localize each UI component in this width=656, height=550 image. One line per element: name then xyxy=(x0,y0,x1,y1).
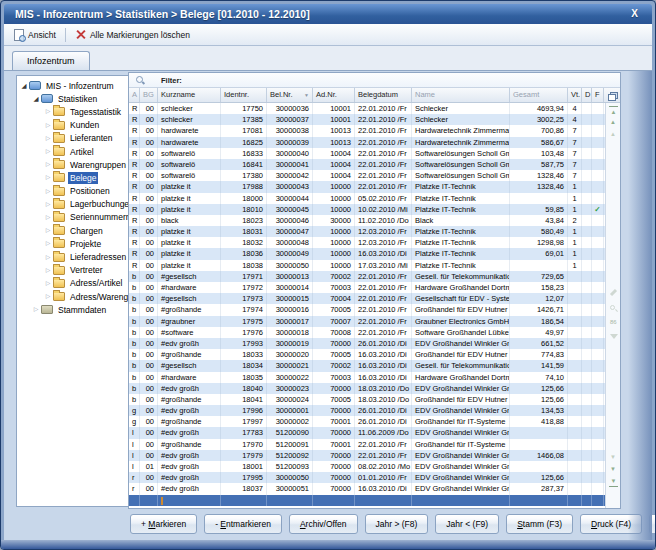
jahr-f8-button[interactable]: Jahr > (F8) xyxy=(365,514,429,534)
collapsed-expander-icon[interactable]: ▷ xyxy=(43,277,53,290)
table-row[interactable]: R00softwarelö17380300000421000422.01.201… xyxy=(129,170,605,181)
tab-infozentrum[interactable]: Infozentrum xyxy=(12,51,90,70)
table-row[interactable]: R00platzke it18031300000471000012.03.201… xyxy=(129,226,605,237)
table-row[interactable]: b00#edv großh17993300000197000026.01.201… xyxy=(129,338,605,349)
column-header-bg[interactable]: BG xyxy=(140,88,158,102)
table-row[interactable]: b00#großhande17974300000167000522.01.201… xyxy=(129,304,605,315)
table-row[interactable]: R00schlecker17750300000361000122.01.2010… xyxy=(129,103,605,114)
collapsed-expander-icon[interactable]: ▷ xyxy=(43,264,53,277)
search-icon[interactable] xyxy=(610,305,615,310)
collapsed-expander-icon[interactable]: ▷ xyxy=(43,158,53,171)
tree-item-stammdaten[interactable]: ▷Stammdaten xyxy=(17,303,128,316)
archiv-offen-button[interactable]: Archiv/Offen xyxy=(289,514,358,534)
scroll-down-icon[interactable]: ▼ xyxy=(606,465,620,473)
tree-item-adress-warengruppen[interactable]: ▷Adress/Warengruppen xyxy=(17,290,128,303)
collapsed-expander-icon[interactable]: ▷ xyxy=(43,224,53,237)
tree-item-lieferadressen[interactable]: ▷Lieferadressen xyxy=(17,250,128,263)
collapsed-expander-icon[interactable]: ▷ xyxy=(43,105,53,118)
collapsed-expander-icon[interactable]: ▷ xyxy=(43,198,53,211)
table-row[interactable]: R00softwarelö16833300000401000422.01.201… xyxy=(129,148,605,159)
table-row[interactable]: b00#großhande18041300000247000518.03.201… xyxy=(129,394,605,405)
table-row[interactable]: b00#graubner17975300000177000722.01.2010… xyxy=(129,316,605,327)
table-row[interactable]: R00platzke it18000300000441000005.02.201… xyxy=(129,193,605,204)
table-row[interactable]: R00hardwarete17081300000381001322.01.201… xyxy=(129,125,605,136)
table-row[interactable]: R00platzke it18010300000451000010.02.201… xyxy=(129,204,605,215)
title-bar[interactable]: MIS - Infozentrum > Statistiken > Belege… xyxy=(4,4,652,24)
table-row[interactable]: b00#edv großh18040300000237000018.03.201… xyxy=(129,383,605,394)
table-row[interactable]: b00#gesellsch17971300000137000222.01.201… xyxy=(129,271,605,282)
column-header-kurzname[interactable]: Kurzname xyxy=(158,88,221,102)
grid-scrollbar-rail[interactable]: ▲ ▲ ▲ 86 ▼ ▼ ▼ xyxy=(605,103,620,508)
tree-item-artikel[interactable]: ▷Artikel xyxy=(17,145,128,158)
tree-item-statistiken[interactable]: ◢Statistiken xyxy=(17,92,128,105)
table-row[interactable]: b00#gesellsch18034300000217000216.03.201… xyxy=(129,360,605,371)
page-down-icon[interactable]: ▼ xyxy=(606,453,620,461)
column-header-a[interactable]: A xyxy=(129,88,140,102)
collapsed-expander-icon[interactable]: ▷ xyxy=(43,290,53,303)
collapsed-expander-icon[interactable]: ▷ xyxy=(43,145,53,158)
column-header-d[interactable]: D xyxy=(582,88,592,102)
table-row[interactable]: l00#edv großh17979512000927000022.01.201… xyxy=(129,450,605,461)
filter-row[interactable]: Filter: xyxy=(129,73,620,88)
scroll-up-icon[interactable]: ▲ xyxy=(606,118,620,126)
expanded-expander-icon[interactable]: ◢ xyxy=(31,92,41,105)
tree-item-positionen[interactable]: ▷Positionen xyxy=(17,185,128,198)
table-row[interactable]: b00#hardware17972300000147000322.01.2010… xyxy=(129,282,605,293)
ansicht-button[interactable]: Ansicht xyxy=(9,27,61,43)
table-row[interactable]: R00platzke it18038300000501000017.03.201… xyxy=(129,260,605,271)
table-row[interactable]: b00#gesellsch17973300000157000422.01.201… xyxy=(129,293,605,304)
column-header-name[interactable]: Name xyxy=(412,88,510,102)
table-row[interactable]: l00#edv großh17783512000907000011.06.200… xyxy=(129,427,605,438)
collapsed-expander-icon[interactable]: ▷ xyxy=(31,303,41,316)
collapsed-expander-icon[interactable]: ▷ xyxy=(43,251,53,264)
column-header-gesamt[interactable]: Gesamt xyxy=(510,88,568,102)
table-row[interactable]: g00#großhande17997300000027000126.01.201… xyxy=(129,416,605,427)
column-header-identnr[interactable]: Identnr. xyxy=(221,88,267,102)
collapsed-expander-icon[interactable]: ▷ xyxy=(43,211,53,224)
tree-item-mis-infozentrum[interactable]: ◢MIS - Infozentrum xyxy=(17,79,128,92)
tree-item-projekte[interactable]: ▷Projekte xyxy=(17,237,128,250)
column-header-f[interactable]: F xyxy=(592,88,604,102)
selected-new-row[interactable] xyxy=(129,495,605,506)
table-row[interactable]: R00black18023300000463000011.02.2010 /Do… xyxy=(129,215,605,226)
collapsed-expander-icon[interactable]: ▷ xyxy=(43,237,53,250)
table-row[interactable]: b00#software17976300000187000822.01.2010… xyxy=(129,327,605,338)
table-row[interactable]: g00#edv großh17996300000017000026.01.201… xyxy=(129,405,605,416)
column-header-adnr[interactable]: Ad.Nr. xyxy=(313,88,355,102)
auswertung-button[interactable]: Auswertung xyxy=(649,514,656,534)
table-row[interactable]: R00platzke it18032300000481000012.03.201… xyxy=(129,237,605,248)
filter-funnel-icon[interactable] xyxy=(610,334,618,339)
column-header-belnr[interactable]: Bel.Nr.▼ xyxy=(267,88,313,102)
markieren-button[interactable]: + Markieren xyxy=(130,514,197,534)
stamm-f3-button[interactable]: Stamm (F3) xyxy=(506,514,573,534)
pencil-icon[interactable] xyxy=(610,289,617,296)
druck-f4-button[interactable]: Druck (F4) xyxy=(580,514,642,534)
table-row[interactable]: R00platzke it18036300000491000016.03.201… xyxy=(129,248,605,259)
collapsed-expander-icon[interactable]: ▷ xyxy=(43,185,53,198)
tree-item-belege[interactable]: ▷Belege xyxy=(17,171,128,184)
tree-item-kunden[interactable]: ▷Kunden xyxy=(17,119,128,132)
expanded-expander-icon[interactable]: ◢ xyxy=(19,79,29,92)
tree-item-adress-artikel[interactable]: ▷Adress/Artikel xyxy=(17,277,128,290)
table-row[interactable]: R00softwarelö16841300000411000422.01.201… xyxy=(129,159,605,170)
table-row[interactable]: b00#großhande18033300000207000516.03.201… xyxy=(129,349,605,360)
table-row[interactable]: R00platzke it17988300000431000022.01.201… xyxy=(129,181,605,192)
close-button[interactable]: X xyxy=(628,4,641,24)
tree-item-warengruppen[interactable]: ▷Warengruppen xyxy=(17,158,128,171)
collapsed-expander-icon[interactable]: ▷ xyxy=(43,171,53,184)
jump-to-bottom-icon[interactable]: ▼ xyxy=(609,477,618,487)
clear-markings-button[interactable]: Alle Markierungen löschen xyxy=(70,27,195,42)
jahr-f9-button[interactable]: Jahr < (F9) xyxy=(435,514,499,534)
table-row[interactable]: R00schlecker17385300000371000122.01.2010… xyxy=(129,114,605,125)
tree-item-vertreter[interactable]: ▷Vertreter xyxy=(17,264,128,277)
column-header-belegdatum[interactable]: Belegdatum xyxy=(355,88,412,102)
tree-item-chargen[interactable]: ▷Chargen xyxy=(17,224,128,237)
collapsed-expander-icon[interactable]: ▷ xyxy=(43,132,53,145)
table-row[interactable]: l01#edv großh18001512000937000008.02.201… xyxy=(129,461,605,472)
table-row[interactable]: b00#hardware18035300000227000316.03.2010… xyxy=(129,372,605,383)
table-row[interactable]: r00#edv großh17995300000507000001.01.201… xyxy=(129,472,605,483)
table-row[interactable]: l00#großhande17970512000917000122.01.201… xyxy=(129,439,605,450)
tree-item-seriennummern[interactable]: ▷Seriennummern xyxy=(17,211,128,224)
collapsed-expander-icon[interactable]: ▷ xyxy=(43,119,53,132)
percent-icon[interactable]: 86 xyxy=(610,319,617,325)
